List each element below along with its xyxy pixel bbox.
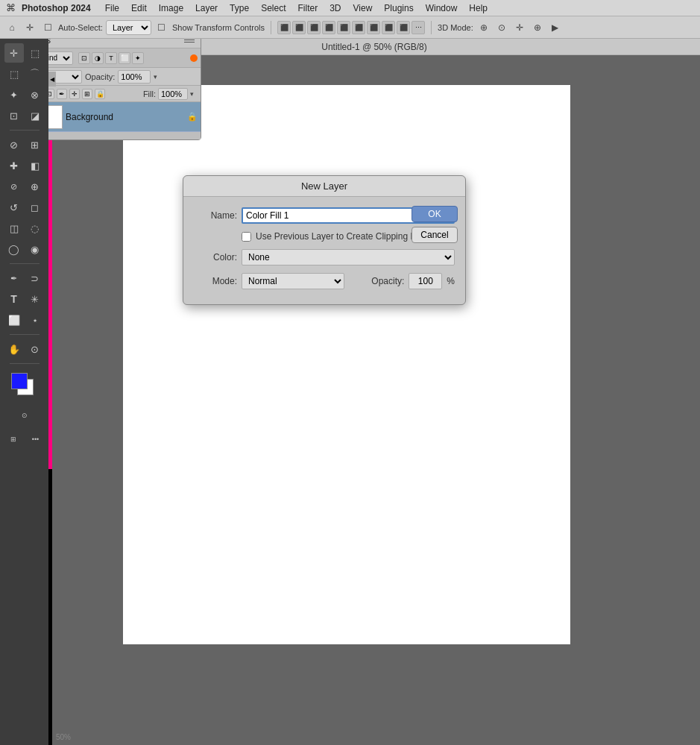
lock-position-icon[interactable]: ✛ (69, 89, 80, 99)
artboard-tool[interactable]: ⬚ (25, 43, 45, 63)
burn-tool[interactable]: ◉ (25, 239, 45, 259)
menu-item-view[interactable]: View (348, 1, 378, 15)
menu-item-file[interactable]: File (100, 1, 124, 15)
distribute-v-icon[interactable]: ⬛ (382, 21, 395, 34)
color-swatches[interactable] (11, 373, 38, 400)
move-options-icon[interactable]: ✛ (22, 20, 37, 35)
3d-mode-icon3[interactable]: ✛ (512, 20, 527, 35)
options-checkbox-icon[interactable]: ☐ (40, 20, 55, 35)
show-transform-checkbox[interactable]: ☐ (154, 20, 169, 35)
auto-select-dropdown[interactable]: Layer Group (106, 20, 151, 35)
menu-item-layer[interactable]: Layer (190, 1, 223, 15)
filter-smart-icon[interactable]: ✦ (132, 52, 144, 64)
dialog-title: New Layer (301, 180, 347, 192)
document-title: Untitled-1 @ 50% (RGB/8) (321, 42, 427, 52)
3d-mode-icon2[interactable]: ⊙ (494, 20, 509, 35)
healing-brush-tool[interactable]: ✚ (4, 156, 24, 175)
align-center-icon[interactable]: ⬛ (292, 21, 306, 34)
fill-arrow-icon[interactable]: ▾ (190, 90, 198, 98)
eyedropper-tool[interactable]: ⊘ (4, 135, 24, 154)
align-left-icon[interactable]: ⬛ (277, 21, 291, 34)
text-tool[interactable]: T (4, 289, 24, 309)
marquee-tool-group: ⬚ ⌒ (4, 64, 45, 84)
opacity-value-input[interactable] (118, 70, 151, 84)
dialog-mode-dropdown[interactable]: Normal Multiply Screen Overlay (242, 273, 344, 289)
distribute-gap-icon[interactable]: ⬛ (397, 21, 410, 34)
filter-type-icons-group: ⊡ ◑ T ⬜ ✦ (78, 52, 144, 64)
gradient-tool[interactable]: ◫ (4, 219, 24, 238)
magic-eraser-tool[interactable]: ⊗ (25, 85, 45, 104)
menu-item-window[interactable]: Window (420, 1, 463, 15)
dialog-ok-button[interactable]: OK (412, 206, 458, 222)
shape-tool[interactable]: ⬜ (4, 310, 24, 330)
dodge-tool[interactable]: ◯ (4, 239, 24, 259)
menu-item-image[interactable]: Image (154, 1, 189, 15)
align-bottom-icon[interactable]: ⬛ (352, 21, 365, 34)
text-tool-group: T ✳ (4, 289, 45, 309)
3d-mode-icon4[interactable]: ⊕ (530, 20, 545, 35)
zoom-tool[interactable]: ⊙ (25, 339, 45, 359)
screen-mode-btn[interactable]: ⊞ (4, 430, 23, 449)
more-align-icon[interactable]: ⋯ (412, 21, 425, 34)
history-brush-tool[interactable]: ↺ (4, 198, 24, 217)
menu-item-plugins[interactable]: Plugins (379, 1, 418, 15)
dialog-opacity-input[interactable] (409, 273, 442, 289)
eraser-tool[interactable]: ◻ (25, 198, 45, 217)
lock-all-icon[interactable]: 🔒 (95, 89, 105, 99)
menu-item-filter[interactable]: Filter (292, 1, 323, 15)
distribute-h-icon[interactable]: ⬛ (367, 21, 380, 34)
home-icon[interactable]: ⌂ (4, 20, 19, 35)
dialog-color-dropdown[interactable]: None Red Orange Yellow Green Blue Violet… (242, 249, 455, 265)
options-separator-2 (431, 21, 432, 34)
rect-marquee-tool[interactable]: ⬚ (4, 64, 24, 84)
show-transform-label: Show Transform Controls (172, 23, 265, 32)
slice-tool[interactable]: ◪ (25, 106, 45, 125)
path-select-tool[interactable]: ✳ (25, 289, 45, 309)
custom-shape-tool[interactable]: ⋆ (25, 310, 45, 330)
clone-stamp-tool[interactable]: ⊕ (25, 177, 45, 196)
pen-tool[interactable]: ✒ (4, 268, 24, 288)
collapse-panel-arrow[interactable]: ◀ (48, 72, 56, 87)
3d-mode-icon1[interactable]: ⊕ (476, 20, 491, 35)
filter-shape-icon[interactable]: ⬜ (119, 52, 130, 64)
menu-item-edit[interactable]: Edit (126, 1, 152, 15)
freeform-pen-tool[interactable]: ⊃ (25, 268, 45, 288)
filter-pixel-icon[interactable]: ⊡ (78, 52, 90, 64)
hand-tool[interactable]: ✋ (4, 339, 24, 359)
crop-tool[interactable]: ⊡ (4, 106, 24, 125)
canvas-document (123, 85, 570, 644)
blur-tool[interactable]: ◌ (25, 219, 45, 238)
fill-value-input[interactable] (158, 88, 188, 100)
3d-mode-icon5[interactable]: ▶ (548, 20, 563, 35)
brush-tool[interactable]: ⊘ (4, 177, 24, 196)
filter-type-icon[interactable]: T (105, 52, 117, 64)
ruler-tool[interactable]: ⊞ (25, 135, 45, 154)
opacity-arrow-icon[interactable]: ▾ (154, 73, 161, 81)
options-separator-1 (271, 21, 271, 34)
lock-artboard-icon[interactable]: ⊞ (82, 89, 92, 99)
clipping-mask-checkbox[interactable] (242, 232, 251, 242)
menu-item-help[interactable]: Help (464, 1, 493, 15)
align-middle-icon[interactable]: ⬛ (337, 21, 350, 34)
move-tool[interactable]: ✛ (4, 43, 24, 63)
fill-label: Fill: (143, 89, 156, 98)
filter-adjust-icon[interactable]: ◑ (92, 52, 104, 64)
dialog-title-bar: New Layer (183, 176, 465, 197)
toolbar-separator-3 (10, 334, 40, 335)
align-top-icon[interactable]: ⬛ (322, 21, 335, 34)
align-right-icon[interactable]: ⬛ (307, 21, 321, 34)
lock-image-icon[interactable]: ✒ (57, 89, 67, 99)
quick-mask-icon[interactable]: ⊙ (15, 406, 34, 425)
foreground-color-swatch[interactable] (11, 373, 28, 389)
lasso-tool[interactable]: ⌒ (25, 64, 45, 84)
more-tools-btn[interactable]: ••• (26, 430, 45, 449)
dialog-cancel-button[interactable]: Cancel (412, 227, 458, 243)
hand-zoom-group: ✋ ⊙ (4, 339, 45, 359)
menu-item-type[interactable]: Type (224, 1, 254, 15)
3d-mode-label: 3D Mode: (438, 23, 473, 32)
patch-tool[interactable]: ◧ (25, 156, 45, 175)
menu-item-3d[interactable]: 3D (324, 1, 346, 15)
menu-line-2 (184, 40, 195, 40)
quick-select-tool[interactable]: ✦ (4, 85, 24, 104)
menu-item-select[interactable]: Select (256, 1, 291, 15)
